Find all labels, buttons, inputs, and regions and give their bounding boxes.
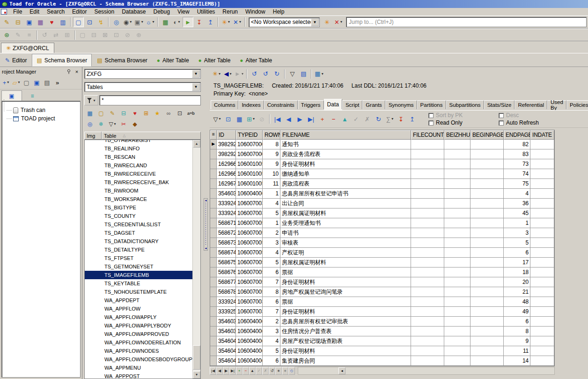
workspace-save-icon[interactable]: ✳ — [322, 17, 332, 27]
table-item-tb-otherregist[interactable]: TB_OTHERREGIST — [85, 140, 200, 144]
cell-filecount[interactable] — [411, 327, 444, 336]
table-item-tb-realinfo[interactable]: TB_REALINFO — [85, 144, 200, 153]
delete-record-icon[interactable]: − — [328, 114, 339, 124]
cell-rowno[interactable]: 4 — [263, 248, 280, 257]
row-selector-cell[interactable] — [210, 218, 217, 228]
cell-typeid[interactable]: 1060070034 — [236, 297, 263, 306]
cell-rowno[interactable]: 9 — [263, 159, 280, 169]
cell-rowno[interactable]: 6 — [263, 297, 280, 306]
doc-refresh-icon[interactable]: ⊕ — [133, 30, 144, 40]
cell-indate[interactable] — [530, 287, 554, 297]
open-project-icon[interactable]: ▱ — [11, 78, 21, 88]
copy-icon[interactable]: ⊞ — [62, 30, 73, 40]
splitter-collapse-handle[interactable]: ◄ ◄ — [204, 198, 208, 251]
table-item-wa-appmenu[interactable]: WA_APPMENU — [85, 364, 200, 372]
cell-filecount[interactable] — [411, 277, 444, 287]
output-window-icon[interactable]: ⊡ — [84, 17, 95, 27]
row-selector-cell[interactable] — [210, 228, 217, 238]
row-selector-cell[interactable] — [210, 287, 217, 297]
load-file-icon[interactable]: ↧ — [194, 17, 205, 27]
menu-session[interactable]: Session — [90, 8, 118, 15]
cell-filecount[interactable] — [411, 287, 444, 297]
row-selector-cell[interactable] — [210, 248, 217, 257]
cell-id[interactable]: 3339248 — [217, 208, 236, 218]
forward-icon[interactable]: ► — [234, 69, 244, 79]
tab-used-by[interactable]: Used By — [547, 100, 566, 109]
cell-indate[interactable] — [530, 356, 554, 365]
nav-edit-button[interactable]: ▲ — [249, 367, 256, 375]
table-item-wa-appflownodes[interactable]: WA_APPFLOWNODES — [85, 347, 200, 355]
disconnect-icon[interactable]: ✕ — [232, 17, 243, 27]
cell-typeid[interactable]: 1060070054 — [236, 277, 263, 287]
cell-rowno[interactable]: 10 — [263, 169, 280, 178]
cell-endpage[interactable]: 4 — [504, 189, 530, 198]
nav-post-button[interactable]: ✓ — [256, 367, 262, 375]
cell-beizhhu[interactable] — [444, 327, 470, 336]
table-item-tb-rwrecreceive-bak[interactable]: TB_RWRECRECEIVE_BAK — [85, 178, 200, 186]
column-header-table[interactable]: Table△ — [102, 132, 201, 140]
nav-first-button[interactable]: |◀ — [210, 367, 216, 375]
cell-filecount[interactable] — [411, 189, 444, 198]
table-item-ts-imagefilemb[interactable]: TS_IMAGEFILEMB — [85, 271, 200, 279]
cell-filename[interactable]: 业务受理通知书 — [280, 218, 411, 228]
column-header-filecount[interactable]: FILECOUNT — [411, 130, 444, 140]
cell-id[interactable]: 1629670 — [217, 179, 236, 188]
back-icon[interactable]: ◀ — [222, 69, 233, 79]
cell-id[interactable]: 568677 — [217, 277, 236, 287]
nav-insert-button[interactable]: + — [236, 367, 243, 375]
table-item-ts-detailtype[interactable]: TS_DETAILTYPE — [85, 245, 200, 254]
cancel-record-icon[interactable]: ✗ — [362, 114, 373, 124]
cell-rowno[interactable]: 2 — [263, 228, 280, 238]
cell-rowno[interactable]: 11 — [263, 179, 280, 188]
tab-data[interactable]: Data — [324, 99, 342, 109]
cell-indate[interactable] — [530, 327, 554, 336]
doc-save-icon[interactable]: ⊟ — [88, 30, 99, 40]
truncate-icon[interactable]: ✂ — [119, 119, 128, 129]
table-item-ts-bigtype[interactable]: TS_BIGTYPE — [85, 203, 200, 212]
save-file-icon[interactable]: ↥ — [205, 17, 216, 27]
copy-data-icon[interactable]: ⊟ — [119, 109, 128, 118]
describe-icon[interactable]: ✳ — [211, 69, 222, 79]
row-selector-cell[interactable] — [210, 327, 217, 336]
cell-endpage[interactable]: 14 — [504, 356, 530, 365]
wintab-alter-table[interactable]: ●Alter Table — [235, 55, 276, 66]
cell-beizhhu[interactable] — [444, 277, 470, 287]
cell-beizhhu[interactable] — [444, 258, 470, 267]
cell-filename[interactable]: 房地产权属登记询问笔录 — [280, 287, 411, 297]
checkbox-icon[interactable] — [499, 120, 504, 126]
cell-filename[interactable]: 房政业务流程表 — [280, 149, 411, 159]
next-record-icon[interactable]: ▶ — [294, 114, 305, 124]
menu-rerun[interactable]: Rerun — [219, 8, 242, 15]
cell-filename[interactable]: 住房情况分户普查表 — [280, 327, 411, 336]
cell-filecount[interactable] — [411, 169, 444, 178]
schema-combobox[interactable]: ZXFG ▼ — [84, 69, 201, 79]
table-item-tb-rwrecland[interactable]: TB_RWRECLAND — [85, 161, 200, 170]
data-export-icon[interactable]: ⊞ — [245, 114, 256, 124]
cell-filecount[interactable] — [411, 248, 444, 257]
cell-rowno[interactable]: 3 — [263, 238, 280, 247]
cell-beginpage[interactable] — [470, 317, 504, 326]
cell-filename[interactable]: 产权证明 — [280, 248, 411, 257]
schema-browser-window-icon[interactable]: ▥ — [58, 17, 68, 27]
cell-typeid[interactable]: 1060070034 — [236, 307, 263, 316]
row-selector-cell[interactable] — [210, 149, 217, 159]
schema-dropdown-icon[interactable]: ▼ — [192, 70, 200, 78]
cell-beginpage[interactable] — [470, 208, 504, 218]
column-header-endpage[interactable]: ENDPAGE — [504, 130, 530, 140]
cell-typeid[interactable]: 1060040065 — [236, 346, 263, 356]
cell-filename[interactable]: 缴纳通知单 — [280, 169, 411, 178]
cell-indate[interactable] — [530, 258, 554, 267]
cell-endpage[interactable]: 3 — [504, 228, 530, 238]
cell-typeid[interactable]: 1060010058 — [236, 179, 263, 188]
list-filter-icon[interactable]: ▽ — [108, 119, 117, 129]
cell-endpage[interactable]: 6 — [504, 248, 530, 257]
tree-item-toad-project[interactable]: TOAD project — [5, 114, 80, 123]
cell-typeid[interactable]: 1060040065 — [236, 327, 263, 336]
table-item-tb-rescan[interactable]: TB_RESCAN — [85, 153, 200, 161]
cell-endpage[interactable]: 45 — [504, 208, 530, 218]
object-type-combobox[interactable]: Tables ▼ — [84, 82, 201, 92]
cell-beginpage[interactable] — [470, 189, 504, 198]
doc-saveas-icon[interactable]: ⊠ — [100, 30, 110, 40]
cell-rowno[interactable]: 4 — [263, 199, 280, 208]
cell-typeid[interactable]: 1060010058 — [236, 159, 263, 169]
